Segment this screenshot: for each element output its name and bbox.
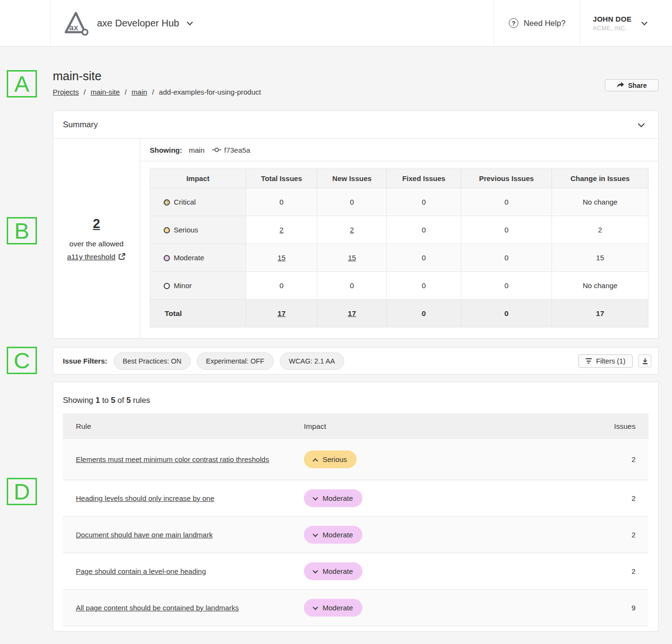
- rule-row-main-landmark: Document should have one main landmark M…: [63, 517, 648, 553]
- rule-row-content-landmarks: All page content should be contained by …: [63, 590, 648, 626]
- chip-wcag[interactable]: WCAG: 2.1 AA: [280, 352, 344, 370]
- minor-fixed: 0: [387, 272, 461, 300]
- issue-filters-label: Issue Filters:: [63, 357, 108, 365]
- chevron-down-icon: [312, 531, 318, 536]
- critical-previous: 0: [461, 188, 552, 216]
- serious-previous: 0: [461, 216, 552, 244]
- rule-issue-count: 2: [592, 494, 636, 502]
- chevron-down-icon: [638, 120, 645, 127]
- col-total-issues: Total Issues: [246, 169, 317, 188]
- showing-to: 5: [111, 396, 115, 404]
- serious-dot-icon: [164, 227, 170, 233]
- rule-row-color-contrast: Elements must meet minimum color contras…: [63, 439, 648, 480]
- rules-col-impact: Impact: [304, 422, 592, 431]
- filters-button[interactable]: Filters (1): [578, 354, 633, 368]
- impact-chip-moderate[interactable]: Moderate: [304, 562, 362, 580]
- issue-filters-bar: Issue Filters: Best Practices: ON Experi…: [53, 347, 659, 375]
- rule-link[interactable]: Heading levels should only increase by o…: [76, 494, 215, 502]
- rule-issue-count: 9: [592, 604, 636, 612]
- moderate-new-link[interactable]: 15: [348, 254, 356, 262]
- table-row-critical: Critical 0 0 0 0 No change: [150, 188, 648, 216]
- filters-button-label: Filters (1): [596, 357, 625, 365]
- impact-chip-moderate[interactable]: Moderate: [304, 526, 362, 544]
- minor-previous: 0: [461, 272, 552, 300]
- chevron-down-icon: [312, 495, 318, 500]
- breadcrumb: Projects / main-site / main / add-exampl…: [53, 88, 261, 96]
- impact-label: Minor: [174, 281, 192, 290]
- a11y-threshold-link[interactable]: a11y threshold: [67, 253, 116, 261]
- summary-panel: Summary 2 over the allowed a11y threshol…: [53, 110, 659, 339]
- impact-label: Critical: [174, 198, 196, 206]
- total-change: 17: [552, 300, 648, 328]
- total-total-link[interactable]: 17: [277, 309, 286, 317]
- commit-hash: f73ea5a: [224, 146, 250, 154]
- app-title-dropdown[interactable]: ax axe Developer Hub: [51, 11, 192, 36]
- share-label: Share: [628, 82, 647, 89]
- user-name: JOHN DOE: [593, 15, 632, 23]
- annotation-d: D: [7, 478, 37, 505]
- critical-new: 0: [317, 188, 387, 216]
- breadcrumb-separator: /: [84, 88, 85, 96]
- rule-link[interactable]: All page content should be contained by …: [76, 604, 239, 612]
- total-fixed: 0: [387, 300, 461, 328]
- serious-new-link[interactable]: 2: [350, 226, 354, 234]
- table-row-minor: Minor 0 0 0 0 No change: [150, 272, 648, 300]
- download-button[interactable]: [638, 354, 651, 367]
- rule-link[interactable]: Document should have one main landmark: [76, 531, 213, 539]
- impact-chip-moderate[interactable]: Moderate: [304, 489, 362, 507]
- moderate-total-link[interactable]: 15: [277, 254, 286, 262]
- share-button[interactable]: Share: [605, 79, 659, 91]
- threshold-count-link[interactable]: 2: [93, 213, 100, 235]
- breadcrumb-main[interactable]: main: [132, 88, 147, 96]
- serious-total-link[interactable]: 2: [279, 226, 283, 234]
- branch-name: main: [189, 146, 205, 154]
- impact-chip-moderate[interactable]: Moderate: [304, 599, 362, 617]
- impact-label: Serious: [174, 226, 198, 234]
- chip-experimental[interactable]: Experimental: OFF: [197, 352, 274, 370]
- col-new-issues: New Issues: [317, 169, 387, 188]
- rule-row-heading-levels: Heading levels should only increase by o…: [63, 480, 648, 517]
- impact-chip-serious[interactable]: Serious: [304, 450, 357, 468]
- moderate-previous: 0: [461, 244, 552, 272]
- annotation-c: C: [7, 347, 37, 374]
- rules-col-rule: Rule: [76, 422, 304, 431]
- total-label: Total: [150, 300, 246, 328]
- critical-total: 0: [246, 188, 317, 216]
- user-menu[interactable]: JOHN DOE ACME, INC.: [580, 0, 672, 46]
- axe-logo-icon: ax: [63, 11, 89, 36]
- rule-link[interactable]: Page should contain a level-one heading: [76, 567, 206, 575]
- rule-issue-count: 2: [592, 531, 636, 539]
- summary-header-toggle[interactable]: Summary: [53, 111, 658, 138]
- need-help-label: Need Help?: [524, 19, 565, 28]
- rule-issue-count: 2: [592, 567, 636, 575]
- breadcrumb-projects[interactable]: Projects: [53, 88, 79, 96]
- breadcrumb-main-site[interactable]: main-site: [91, 88, 120, 96]
- total-new-link[interactable]: 17: [348, 309, 356, 317]
- app-title: axe Developer Hub: [97, 18, 179, 29]
- page-title: main-site: [53, 69, 261, 83]
- share-icon: [617, 82, 624, 88]
- table-row-total: Total 17 17 0 0 17: [150, 300, 648, 328]
- critical-change: No change: [552, 188, 648, 216]
- moderate-dot-icon: [164, 255, 170, 261]
- minor-new: 0: [317, 272, 387, 300]
- summary-title: Summary: [63, 120, 98, 130]
- rule-link[interactable]: Elements must meet minimum color contras…: [76, 455, 269, 463]
- total-previous: 0: [461, 300, 552, 328]
- annotation-a: A: [7, 70, 37, 97]
- download-icon: [642, 358, 648, 365]
- critical-fixed: 0: [387, 188, 461, 216]
- logo-ax-text: ax: [69, 23, 78, 32]
- minor-change: No change: [552, 272, 648, 300]
- showing-total: 5: [126, 396, 131, 404]
- breadcrumb-current: add-examples-for-using-product: [159, 88, 261, 96]
- summary-table: Impact Total Issues New Issues Fixed Iss…: [150, 169, 648, 328]
- need-help-button[interactable]: ? Need Help?: [494, 0, 580, 46]
- critical-dot-icon: [164, 199, 170, 206]
- rules-col-issues: Issues: [592, 422, 636, 431]
- rules-showing-text: Showing 1 to 5 of 5 rules: [53, 382, 658, 413]
- rule-issue-count: 2: [592, 455, 636, 463]
- filter-icon: [586, 358, 592, 364]
- chip-best-practices[interactable]: Best Practices: ON: [114, 352, 191, 370]
- moderate-change: 15: [552, 244, 648, 272]
